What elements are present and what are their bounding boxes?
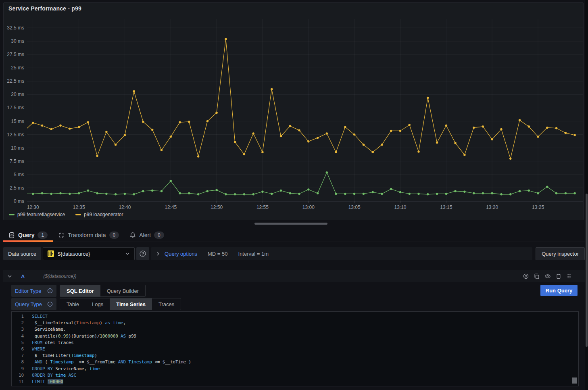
sql-code-lines: 1SELECT2 $__timeInterval(Timestamp) as t… — [12, 313, 578, 385]
hide-response-eye-icon[interactable] — [544, 273, 551, 279]
transform-icon — [58, 232, 65, 238]
legend-item-featureflagservice[interactable]: p99 featureflagservice — [9, 212, 65, 217]
y-axis-label: 0 ms — [14, 198, 24, 204]
query-type-label: Query Type — [11, 298, 56, 310]
timeseries-chart[interactable]: 0 ms2.5 ms5 ms7.5 ms10 ms12.5 ms15 ms17.… — [4, 3, 583, 220]
x-axis-label: 13:00 — [302, 204, 315, 210]
code-line: 9GROUP BY ServiceName, time — [12, 366, 578, 372]
y-axis-label: 12.5 ms — [7, 132, 24, 138]
chart-legend: p99 featureflagservice p99 loadgenerator — [9, 212, 123, 217]
x-axis-label: 13:10 — [394, 204, 406, 210]
y-axis-label: 20 ms — [11, 92, 24, 97]
datasource-help-button[interactable] — [136, 247, 149, 260]
code-line: 2 $__timeInterval(Timestamp) as time, — [12, 320, 578, 326]
y-axis-label: 10 ms — [11, 145, 24, 151]
x-axis-label: 12:40 — [119, 204, 131, 210]
duplicate-query-icon[interactable] — [534, 273, 540, 279]
tab-query[interactable]: Query 1 — [3, 228, 53, 242]
x-axis-label: 12:50 — [211, 204, 223, 210]
query-options-interval: Interval = 1m — [238, 251, 269, 257]
chevron-right-icon[interactable] — [156, 251, 161, 256]
datasource-label: Data source — [3, 247, 41, 260]
y-axis-label: 7.5 ms — [10, 159, 24, 164]
y-axis-label: 2.5 ms — [10, 185, 24, 191]
database-icon — [8, 232, 15, 238]
code-line: 10ORDER BY time ASC — [12, 372, 578, 379]
tab-transform-count-badge: 0 — [109, 231, 119, 239]
y-axis-label: 32.5 ms — [7, 25, 24, 31]
x-axis-label: 13:20 — [486, 204, 498, 210]
query-toolbar: Data source ${datasource} — [3, 247, 585, 260]
query-options-bar: Query options MD = 50 Interval = 1m — [151, 247, 532, 260]
datasource-select[interactable]: ${datasource} — [43, 247, 135, 260]
y-axis-label: 5 ms — [14, 172, 24, 177]
datasource-value: ${datasource} — [58, 251, 121, 257]
chevron-down-icon — [125, 251, 130, 257]
query-datasource-hint: (${datasource}) — [43, 273, 76, 279]
tab-label: Transform data — [68, 232, 106, 238]
y-axis-label: 30 ms — [11, 38, 24, 44]
clickhouse-datasource-icon — [47, 250, 54, 257]
collapse-chevron-icon[interactable] — [7, 274, 12, 279]
query-type-option-logs[interactable]: Logs — [85, 298, 110, 310]
code-line: 3 ServiceName, — [12, 326, 578, 333]
query-inspector-button[interactable]: Query inspector — [536, 247, 585, 260]
query-type-group: Table Logs Time Series Traces — [60, 298, 181, 310]
page-scrollbar-thumb[interactable] — [586, 194, 588, 347]
legend-label: p99 featureflagservice — [17, 212, 65, 217]
y-axis-label: 17.5 ms — [7, 105, 24, 111]
query-ref-id[interactable]: A — [21, 273, 25, 279]
code-line: 7 $__timeFilter(Timestamp) — [12, 352, 578, 359]
line-number: 5 — [12, 340, 24, 346]
query-options-link[interactable]: Query options — [165, 251, 197, 257]
code-line: 1SELECT — [12, 313, 578, 320]
run-query-button[interactable]: Run Query — [540, 285, 578, 296]
x-axis-label: 13:25 — [532, 204, 544, 210]
y-axis-label: 15 ms — [11, 119, 24, 124]
legend-swatch-green — [9, 214, 15, 215]
tab-transform-data[interactable]: Transform data 0 — [53, 228, 124, 242]
legend-item-loadgenerator[interactable]: p99 loadgenerator — [75, 212, 123, 217]
editor-type-option-query-builder[interactable]: Query Builder — [100, 285, 145, 296]
line-number: 3 — [12, 326, 24, 333]
tab-alert[interactable]: Alert 0 — [124, 228, 169, 242]
legend-label: p99 loadgenerator — [84, 212, 123, 217]
series-p99-featureflagservice — [23, 171, 576, 196]
timeseries-panel: Service Performance - p99 0 ms2.5 ms5 ms… — [3, 2, 584, 220]
info-circle-icon[interactable] — [47, 288, 53, 294]
line-number: 2 — [12, 320, 24, 326]
tab-alert-count-badge: 0 — [154, 231, 164, 239]
query-options-md: MD = 50 — [208, 251, 228, 257]
query-type-option-traces[interactable]: Traces — [152, 298, 181, 310]
drag-handle-icon[interactable] — [566, 273, 572, 279]
horizontal-scrollbar-thumb[interactable] — [254, 223, 327, 225]
tab-label: Alert — [139, 232, 151, 238]
delete-query-trash-icon[interactable] — [555, 273, 562, 279]
query-type-option-time-series[interactable]: Time Series — [110, 298, 152, 310]
editor-type-option-sql-editor[interactable]: SQL Editor — [60, 285, 100, 296]
editor-type-row: Editor Type SQL Editor Query Builder — [11, 285, 146, 297]
y-axis-label: 22.5 ms — [7, 78, 24, 84]
sql-code-editor[interactable]: 1SELECT2 $__timeInterval(Timestamp) as t… — [11, 311, 579, 386]
series-p99-loadgenerator — [23, 38, 576, 160]
info-circle-icon[interactable] — [47, 301, 53, 307]
help-circle-icon — [139, 250, 146, 257]
grafana-panel-editor: Service Performance - p99 0 ms2.5 ms5 ms… — [0, 0, 588, 390]
query-type-row: Query Type Table Logs Time Series Traces — [11, 298, 181, 310]
y-axis-label: 27.5 ms — [7, 52, 24, 57]
editor-overview-scroll-thumb[interactable] — [572, 377, 577, 384]
line-number: 11 — [12, 379, 24, 385]
legend-swatch-yellow — [75, 214, 81, 215]
tab-label: Query — [18, 232, 34, 238]
disable-query-icon[interactable] — [523, 273, 529, 279]
line-number: 6 — [12, 346, 24, 352]
y-axis-label: 25 ms — [11, 65, 24, 71]
x-axis-label: 12:35 — [73, 204, 85, 210]
query-type-option-table[interactable]: Table — [60, 298, 85, 310]
code-line: 5FROM otel_traces — [12, 340, 578, 346]
x-axis-label: 12:45 — [165, 204, 177, 210]
query-row-header: A (${datasource}) — [3, 270, 585, 282]
line-number: 8 — [12, 359, 24, 365]
x-axis-label: 12:55 — [256, 204, 269, 210]
x-axis-label: 13:15 — [440, 204, 452, 210]
